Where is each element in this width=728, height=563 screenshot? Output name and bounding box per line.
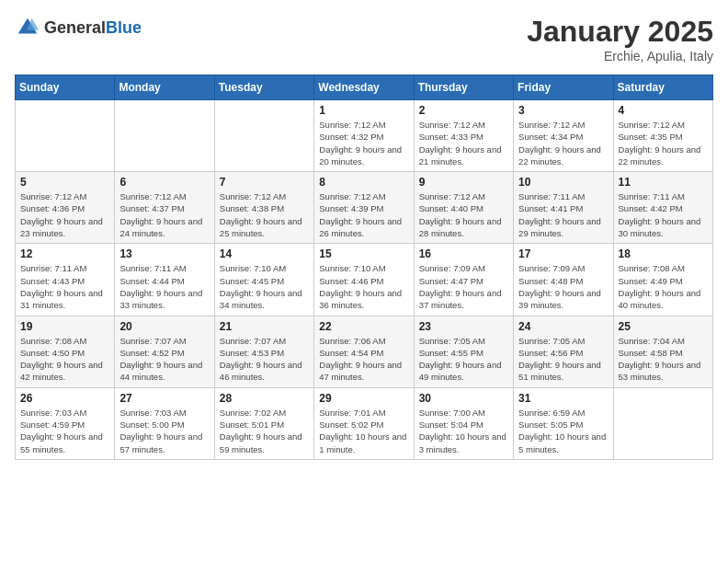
weekday-header-sunday: Sunday xyxy=(16,75,115,100)
day-number: 30 xyxy=(419,392,508,405)
day-number: 31 xyxy=(518,392,608,405)
day-number: 4 xyxy=(619,104,708,117)
day-number: 19 xyxy=(20,320,109,333)
calendar-cell: 7Sunrise: 7:12 AM Sunset: 4:38 PM Daylig… xyxy=(214,172,313,244)
logo-icon xyxy=(15,15,40,40)
day-info: Sunrise: 7:09 AM Sunset: 4:48 PM Dayligh… xyxy=(518,262,608,311)
day-number: 8 xyxy=(319,176,408,189)
calendar-cell xyxy=(214,100,313,172)
day-number: 29 xyxy=(319,392,408,405)
day-info: Sunrise: 7:06 AM Sunset: 4:54 PM Dayligh… xyxy=(319,335,408,384)
day-number: 6 xyxy=(119,176,209,189)
calendar-cell: 10Sunrise: 7:11 AM Sunset: 4:41 PM Dayli… xyxy=(514,172,613,244)
calendar-cell: 24Sunrise: 7:05 AM Sunset: 4:56 PM Dayli… xyxy=(514,316,613,387)
day-info: Sunrise: 7:12 AM Sunset: 4:32 PM Dayligh… xyxy=(319,119,408,167)
weekday-header-monday: Monday xyxy=(115,75,214,100)
day-info: Sunrise: 7:12 AM Sunset: 4:40 PM Dayligh… xyxy=(419,190,508,239)
day-number: 15 xyxy=(319,247,408,260)
weekday-header-tuesday: Tuesday xyxy=(214,75,313,100)
day-info: Sunrise: 6:59 AM Sunset: 5:05 PM Dayligh… xyxy=(518,407,608,455)
calendar-cell: 11Sunrise: 7:11 AM Sunset: 4:42 PM Dayli… xyxy=(613,172,712,244)
day-number: 3 xyxy=(518,104,608,117)
day-number: 17 xyxy=(518,247,608,260)
location-title: Erchie, Apulia, Italy xyxy=(527,49,713,63)
day-info: Sunrise: 7:03 AM Sunset: 4:59 PM Dayligh… xyxy=(20,407,109,455)
day-info: Sunrise: 7:00 AM Sunset: 5:04 PM Dayligh… xyxy=(419,407,508,455)
calendar-cell: 1Sunrise: 7:12 AM Sunset: 4:32 PM Daylig… xyxy=(314,100,414,172)
day-number: 27 xyxy=(119,392,209,405)
day-number: 1 xyxy=(319,104,408,117)
day-number: 10 xyxy=(518,176,608,189)
calendar-cell: 9Sunrise: 7:12 AM Sunset: 4:40 PM Daylig… xyxy=(414,172,513,244)
calendar-cell: 29Sunrise: 7:01 AM Sunset: 5:02 PM Dayli… xyxy=(314,387,414,459)
day-number: 16 xyxy=(419,247,508,260)
day-info: Sunrise: 7:12 AM Sunset: 4:35 PM Dayligh… xyxy=(619,119,708,167)
day-number: 25 xyxy=(619,320,708,333)
day-info: Sunrise: 7:08 AM Sunset: 4:50 PM Dayligh… xyxy=(20,335,109,384)
calendar-cell: 28Sunrise: 7:02 AM Sunset: 5:01 PM Dayli… xyxy=(214,387,313,459)
calendar-cell: 16Sunrise: 7:09 AM Sunset: 4:47 PM Dayli… xyxy=(414,244,513,316)
day-info: Sunrise: 7:12 AM Sunset: 4:36 PM Dayligh… xyxy=(20,190,109,239)
day-info: Sunrise: 7:10 AM Sunset: 4:45 PM Dayligh… xyxy=(220,262,309,311)
weekday-header-friday: Friday xyxy=(514,75,613,100)
calendar-cell: 12Sunrise: 7:11 AM Sunset: 4:43 PM Dayli… xyxy=(16,244,115,316)
weekday-header-thursday: Thursday xyxy=(414,75,513,100)
day-number: 9 xyxy=(419,176,508,189)
calendar-cell: 22Sunrise: 7:06 AM Sunset: 4:54 PM Dayli… xyxy=(314,316,414,387)
day-number: 28 xyxy=(220,392,309,405)
calendar-cell: 6Sunrise: 7:12 AM Sunset: 4:37 PM Daylig… xyxy=(115,172,214,244)
calendar-cell: 31Sunrise: 6:59 AM Sunset: 5:05 PM Dayli… xyxy=(514,387,613,459)
logo-general: General xyxy=(44,18,106,37)
day-info: Sunrise: 7:10 AM Sunset: 4:46 PM Dayligh… xyxy=(319,262,408,311)
calendar-cell: 4Sunrise: 7:12 AM Sunset: 4:35 PM Daylig… xyxy=(613,100,712,172)
day-number: 5 xyxy=(20,176,109,189)
day-info: Sunrise: 7:05 AM Sunset: 4:55 PM Dayligh… xyxy=(419,335,508,384)
day-info: Sunrise: 7:09 AM Sunset: 4:47 PM Dayligh… xyxy=(419,262,508,311)
day-info: Sunrise: 7:01 AM Sunset: 5:02 PM Dayligh… xyxy=(319,407,408,455)
calendar-cell: 13Sunrise: 7:11 AM Sunset: 4:44 PM Dayli… xyxy=(115,244,214,316)
calendar-cell: 14Sunrise: 7:10 AM Sunset: 4:45 PM Dayli… xyxy=(214,244,313,316)
day-info: Sunrise: 7:12 AM Sunset: 4:34 PM Dayligh… xyxy=(518,119,608,167)
calendar-cell: 30Sunrise: 7:00 AM Sunset: 5:04 PM Dayli… xyxy=(414,387,513,459)
calendar-table: SundayMondayTuesdayWednesdayThursdayFrid… xyxy=(15,75,713,460)
day-info: Sunrise: 7:03 AM Sunset: 5:00 PM Dayligh… xyxy=(119,407,209,455)
day-info: Sunrise: 7:11 AM Sunset: 4:42 PM Dayligh… xyxy=(619,190,708,239)
week-row-3: 19Sunrise: 7:08 AM Sunset: 4:50 PM Dayli… xyxy=(16,316,713,387)
calendar-cell: 8Sunrise: 7:12 AM Sunset: 4:39 PM Daylig… xyxy=(314,172,414,244)
week-row-4: 26Sunrise: 7:03 AM Sunset: 4:59 PM Dayli… xyxy=(16,387,713,459)
week-row-1: 5Sunrise: 7:12 AM Sunset: 4:36 PM Daylig… xyxy=(16,172,713,244)
day-info: Sunrise: 7:08 AM Sunset: 4:49 PM Dayligh… xyxy=(619,262,708,311)
day-number: 2 xyxy=(419,104,508,117)
logo-blue: Blue xyxy=(106,18,142,37)
calendar-cell: 15Sunrise: 7:10 AM Sunset: 4:46 PM Dayli… xyxy=(314,244,414,316)
day-info: Sunrise: 7:12 AM Sunset: 4:37 PM Dayligh… xyxy=(119,190,209,239)
day-number: 11 xyxy=(619,176,708,189)
weekday-header-saturday: Saturday xyxy=(613,75,712,100)
day-number: 18 xyxy=(619,247,708,260)
calendar-cell xyxy=(16,100,115,172)
day-number: 14 xyxy=(220,247,309,260)
weekday-header-wednesday: Wednesday xyxy=(314,75,414,100)
day-number: 20 xyxy=(119,320,209,333)
calendar-cell: 23Sunrise: 7:05 AM Sunset: 4:55 PM Dayli… xyxy=(414,316,513,387)
week-row-0: 1Sunrise: 7:12 AM Sunset: 4:32 PM Daylig… xyxy=(16,100,713,172)
calendar-cell: 19Sunrise: 7:08 AM Sunset: 4:50 PM Dayli… xyxy=(16,316,115,387)
month-title: January 2025 xyxy=(527,15,713,49)
calendar-cell: 18Sunrise: 7:08 AM Sunset: 4:49 PM Dayli… xyxy=(613,244,712,316)
day-info: Sunrise: 7:11 AM Sunset: 4:41 PM Dayligh… xyxy=(518,190,608,239)
day-info: Sunrise: 7:12 AM Sunset: 4:38 PM Dayligh… xyxy=(220,190,309,239)
day-info: Sunrise: 7:07 AM Sunset: 4:52 PM Dayligh… xyxy=(119,335,209,384)
calendar-cell: 17Sunrise: 7:09 AM Sunset: 4:48 PM Dayli… xyxy=(514,244,613,316)
calendar-cell: 20Sunrise: 7:07 AM Sunset: 4:52 PM Dayli… xyxy=(115,316,214,387)
day-number: 21 xyxy=(220,320,309,333)
calendar-cell: 2Sunrise: 7:12 AM Sunset: 4:33 PM Daylig… xyxy=(414,100,513,172)
day-info: Sunrise: 7:12 AM Sunset: 4:33 PM Dayligh… xyxy=(419,119,508,167)
week-row-2: 12Sunrise: 7:11 AM Sunset: 4:43 PM Dayli… xyxy=(16,244,713,316)
calendar-cell: 3Sunrise: 7:12 AM Sunset: 4:34 PM Daylig… xyxy=(514,100,613,172)
title-block: January 2025 Erchie, Apulia, Italy xyxy=(527,15,713,63)
day-number: 24 xyxy=(518,320,608,333)
page-header: GeneralBlue January 2025 Erchie, Apulia,… xyxy=(15,15,713,63)
logo: GeneralBlue xyxy=(15,15,142,40)
calendar-cell xyxy=(115,100,214,172)
day-info: Sunrise: 7:12 AM Sunset: 4:39 PM Dayligh… xyxy=(319,190,408,239)
